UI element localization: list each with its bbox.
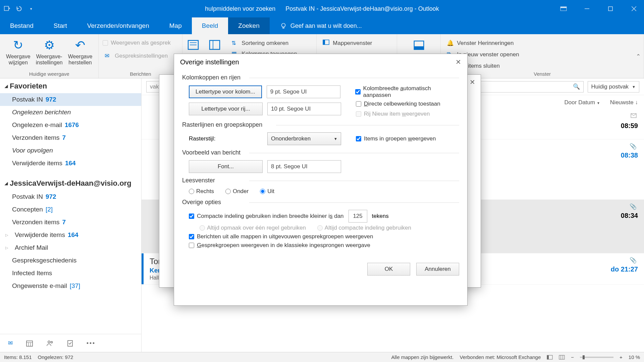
tasks-nav-icon[interactable] (67, 340, 73, 347)
tab-search[interactable]: Zoeken (228, 17, 269, 34)
reverse-sort-button[interactable]: ⇅Sortering omkeren (229, 38, 299, 48)
incell-edit-checkbox[interactable]: Directe celbewerking toestaan (356, 101, 440, 107)
compact-layout-checkbox[interactable]: Compacte indeling gebruiken indien breed… (189, 213, 344, 220)
svg-point-23 (51, 341, 53, 343)
folder-unread-messages[interactable]: Ongelezen berichten (0, 106, 141, 119)
chevron-down-icon: ▼ (597, 101, 600, 105)
more-nav-icon[interactable]: ••• (87, 340, 96, 347)
folder-unread-mail[interactable]: Ongelezen e-mail 1676 (0, 119, 141, 131)
view-normal-icon[interactable] (547, 355, 553, 360)
collapse-icon: ◢ (5, 181, 8, 186)
tab-folder[interactable]: Map (159, 17, 192, 34)
other-settings-dialog: Overige instellingen ✕ Kolomkoppen en ri… (174, 54, 468, 306)
reading-bottom-radio[interactable]: Onder (225, 188, 249, 195)
undo-icon[interactable] (15, 5, 23, 12)
folder-archive[interactable]: ▷Archief Mail (0, 241, 141, 254)
zoom-slider[interactable] (580, 357, 613, 358)
svg-point-22 (48, 341, 50, 343)
folder-follow-up[interactable]: Voor opvolgen (0, 144, 141, 157)
folder-drafts[interactable]: Concepten [2] (0, 203, 141, 216)
collapse-ribbon-icon[interactable]: ⌃ (636, 53, 641, 60)
tab-home[interactable]: Start (44, 17, 77, 34)
classic-indent-checkbox[interactable]: Gesprekgroepen weergeven in de klassieke… (189, 242, 370, 249)
view-settings-button[interactable]: ⚙Weergave- instellingen (34, 37, 65, 67)
pane-icon (323, 40, 330, 47)
bulb-icon (280, 22, 287, 29)
svg-rect-8 (283, 27, 284, 28)
group-message-preview: Voorbeeld van bericht (182, 147, 459, 158)
folder-pane-button[interactable]: Mappenvenster (321, 38, 374, 48)
show-all-folders-checkbox[interactable]: Berichten uit alle mappen in uitgevouwen… (189, 233, 373, 240)
svg-rect-24 (68, 341, 72, 346)
column-font-display[interactable] (267, 85, 340, 98)
search-icon[interactable]: 🔍 (573, 83, 580, 90)
attachment-icon: 📎 (630, 203, 637, 210)
folder-sent[interactable]: Verzonden items 7 (0, 131, 141, 144)
folder-sent-acct[interactable]: Verzonden items 7 (0, 216, 141, 229)
expand-icon[interactable]: ▷ (5, 246, 9, 250)
account-header[interactable]: ◢JessicaVerwijst-deHaan@visio.org (0, 176, 141, 190)
show-groups-checkbox[interactable]: Items in groepen weergeven (356, 135, 436, 142)
column-font-button[interactable]: Lettertype voor kolom... (189, 85, 262, 98)
close-icon[interactable]: ✕ (455, 58, 461, 66)
attachment-icon: 📎 (630, 257, 637, 264)
svg-rect-0 (4, 6, 9, 11)
group-gridlines: Rasterlijnen en groepskoppen (182, 119, 459, 130)
message-preview-icon[interactable] (186, 38, 200, 52)
reading-right-radio[interactable]: Rechts (189, 188, 214, 195)
folder-deleted[interactable]: Verwijderde items 164 (0, 157, 141, 170)
change-view-button[interactable]: ↻Weergave wijzigen (4, 37, 33, 67)
show-as-conversation-checkbox[interactable]: Weergeven als gesprek (103, 40, 170, 46)
zoom-in-icon[interactable]: + (620, 354, 623, 360)
svg-rect-28 (559, 355, 565, 359)
ribbon-tab-strip: Bestand Start Verzenden/ontvangen Map Be… (0, 17, 644, 34)
cancel-button[interactable]: Annuleren (416, 263, 459, 276)
row-font-display[interactable] (267, 103, 341, 115)
reset-view-button[interactable]: ↶Weergave herstellen (66, 37, 95, 67)
expand-icon[interactable]: ▷ (5, 233, 9, 237)
folder-inbox[interactable]: Postvak IN 972 (0, 93, 141, 106)
compact-width-input[interactable] (348, 210, 367, 223)
zoom-out-icon[interactable]: − (571, 354, 574, 360)
gear-icon: ⚙ (42, 38, 56, 52)
minimize-icon[interactable] (580, 4, 594, 14)
tab-send-receive[interactable]: Verzenden/ontvangen (77, 17, 159, 34)
folder-junk[interactable]: Ongewenste e-mail [37] (0, 280, 141, 292)
preview-font-button[interactable]: Font... (189, 160, 263, 173)
folder-deleted-acct[interactable]: ▷Verwijderde items 164 (0, 229, 141, 241)
tab-file[interactable]: Bestand (0, 17, 44, 34)
ribbon-options-icon[interactable] (557, 4, 570, 14)
folder-conversation-history[interactable]: Gespreksgeschiedenis (0, 254, 141, 267)
send-receive-icon[interactable] (3, 5, 11, 12)
svg-rect-18 (26, 341, 33, 346)
sort-by-button[interactable]: Door Datum ▼ (565, 99, 600, 106)
reminders-window-button[interactable]: 🔔Venster Herinneringen (445, 38, 516, 48)
tell-me-search[interactable]: Geef aan wat u wilt doen... (270, 17, 362, 34)
customize-qat-icon[interactable]: ▾ (28, 5, 35, 12)
chevron-down-icon: ▼ (632, 85, 636, 89)
svg-point-7 (281, 23, 285, 27)
ok-button[interactable]: OK (367, 263, 410, 276)
people-nav-icon[interactable] (46, 340, 54, 347)
grid-style-combo[interactable]: Ononderbroken▼ (267, 132, 341, 145)
close-icon[interactable] (627, 4, 641, 14)
maximize-icon[interactable] (604, 4, 617, 14)
column-list-icon[interactable] (208, 38, 221, 52)
close-icon[interactable]: ✕ (470, 78, 475, 86)
tab-view[interactable]: Beeld (192, 17, 228, 34)
arrow-down-icon: ↓ (635, 99, 638, 106)
view-reading-icon[interactable] (559, 355, 565, 360)
reading-off-radio[interactable]: Uit (260, 188, 274, 195)
folder-infected[interactable]: Infected Items (0, 267, 141, 280)
folder-inbox-acct[interactable]: Postvak IN 972 (0, 190, 141, 203)
favorites-header[interactable]: ◢Favorieten (0, 78, 141, 93)
calendar-nav-icon[interactable] (26, 340, 33, 347)
chevron-down-icon: ▼ (334, 137, 337, 141)
conversation-settings-button[interactable]: ✉Gespreksinstellingen (103, 51, 170, 61)
search-scope-dropdown[interactable]: Huidig postvak ▼ (588, 81, 639, 93)
row-font-button[interactable]: Lettertype voor rij... (189, 103, 263, 115)
sort-direction-button[interactable]: Nieuwste ↓ (610, 99, 638, 106)
preview-font-display[interactable] (267, 160, 341, 173)
draft-reply-icon (631, 113, 637, 118)
mail-nav-icon[interactable]: ✉ (8, 340, 13, 347)
